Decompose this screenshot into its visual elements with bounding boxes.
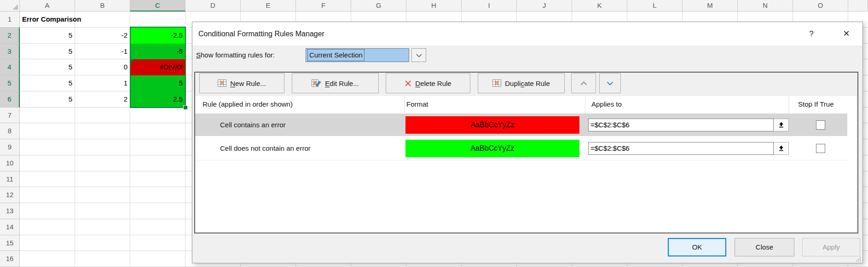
show-formatting-rules-label: Show formatting rules for: bbox=[196, 50, 275, 60]
cell-A3[interactable]: 5 bbox=[20, 44, 75, 60]
dialog-titlebar[interactable]: Conditional Formatting Rules Manager ? ✕ bbox=[192, 22, 862, 45]
column-header-B[interactable]: B bbox=[75, 0, 130, 11]
range-select-arrow-icon bbox=[778, 145, 784, 151]
stop-if-true-checkbox[interactable] bbox=[816, 144, 825, 153]
scope-dropdown[interactable]: Current Selection bbox=[306, 48, 409, 62]
scope-dropdown-arrow-button[interactable] bbox=[411, 48, 426, 62]
column-header-J[interactable]: J bbox=[517, 0, 572, 11]
cell-A2[interactable]: 5 bbox=[20, 28, 75, 44]
column-header-format: Format bbox=[406, 99, 428, 110]
column-divider bbox=[789, 97, 789, 114]
button-label: Edit Rule... bbox=[325, 80, 359, 87]
row-header-1[interactable]: 1 bbox=[0, 11, 20, 28]
row-header-6[interactable]: 6 bbox=[0, 91, 20, 108]
column-header-A[interactable]: A bbox=[20, 0, 75, 11]
chevron-down-icon bbox=[607, 81, 613, 85]
applies-to-field bbox=[588, 119, 789, 131]
cell-B5[interactable]: 1 bbox=[75, 75, 130, 91]
row-header-7[interactable]: 7 bbox=[0, 108, 20, 124]
cell-C4[interactable]: #DIV/0! bbox=[130, 59, 185, 75]
column-header-stop-if-true: Stop If True bbox=[798, 99, 834, 110]
column-header-rule: Rule (applied in order shown) bbox=[203, 99, 293, 110]
button-label: New Rule... bbox=[230, 80, 266, 87]
row-header-11[interactable]: 11 bbox=[0, 171, 20, 187]
collapse-dialog-button[interactable] bbox=[774, 142, 789, 155]
fill-handle[interactable] bbox=[183, 105, 188, 110]
row-header-12[interactable]: 12 bbox=[0, 187, 20, 203]
column-divider bbox=[585, 97, 585, 114]
cell-A6[interactable]: 5 bbox=[20, 91, 75, 108]
column-header-D[interactable]: D bbox=[185, 0, 241, 11]
table-icon bbox=[492, 80, 501, 87]
column-header-L[interactable]: L bbox=[627, 0, 683, 11]
row-header-5[interactable]: 5 bbox=[0, 75, 20, 91]
row-header-10[interactable]: 10 bbox=[0, 155, 20, 171]
select-all-corner[interactable] bbox=[0, 0, 20, 11]
collapse-dialog-button[interactable] bbox=[774, 119, 789, 131]
move-rule-down-button[interactable] bbox=[599, 73, 621, 93]
column-header-M[interactable]: M bbox=[683, 0, 738, 11]
button-label: Delete Rule bbox=[415, 80, 451, 87]
column-header-G[interactable]: G bbox=[351, 0, 406, 11]
cell-C2[interactable]: -2.5 bbox=[130, 28, 185, 44]
column-header-partial[interactable] bbox=[848, 0, 868, 11]
help-icon[interactable]: ? bbox=[804, 22, 819, 45]
row-header-4[interactable]: 4 bbox=[0, 59, 20, 75]
row-header-8[interactable]: 8 bbox=[0, 123, 20, 139]
rule-name: Cell does not contain an error bbox=[220, 136, 311, 160]
cell-C6[interactable]: 2.5 bbox=[130, 91, 185, 108]
column-divider bbox=[404, 97, 405, 114]
range-select-arrow-icon bbox=[778, 122, 784, 128]
table-icon bbox=[218, 80, 226, 87]
cell-C5[interactable]: 5 bbox=[130, 75, 185, 91]
select-all-triangle-icon bbox=[12, 4, 18, 10]
applies-to-field bbox=[588, 142, 789, 155]
table-edit-icon bbox=[312, 80, 321, 87]
row-header-14[interactable]: 14 bbox=[0, 219, 20, 235]
column-header-I[interactable]: I bbox=[462, 0, 517, 11]
column-header-H[interactable]: H bbox=[406, 0, 462, 11]
row-header-2[interactable]: 2 bbox=[0, 28, 20, 44]
rule-format-preview: AaBbCcYyZz bbox=[405, 116, 579, 134]
new-rule-button[interactable]: New Rule... bbox=[199, 73, 284, 93]
row-header-9[interactable]: 9 bbox=[0, 139, 20, 155]
row-header-16[interactable]: 16 bbox=[0, 251, 20, 267]
close-icon[interactable]: ✕ bbox=[839, 22, 854, 45]
column-header-F[interactable]: F bbox=[296, 0, 351, 11]
cell-A5[interactable]: 5 bbox=[20, 75, 75, 91]
rule-row-2[interactable]: Cell does not contain an errorAaBbCcYyZz bbox=[195, 136, 847, 160]
column-header-C[interactable]: C bbox=[130, 0, 185, 11]
close-button[interactable]: Close bbox=[735, 238, 794, 256]
column-header-O[interactable]: O bbox=[793, 0, 848, 11]
conditional-formatting-rules-manager-dialog: Conditional Formatting Rules Manager ? ✕… bbox=[192, 22, 863, 263]
scope-dropdown-value: Current Selection bbox=[308, 50, 364, 61]
column-header-K[interactable]: K bbox=[572, 0, 627, 11]
resize-grip[interactable] bbox=[855, 256, 861, 261]
move-rule-up-button[interactable] bbox=[571, 73, 596, 93]
cell-A4[interactable]: 5 bbox=[20, 59, 75, 75]
cell-C3[interactable]: -5 bbox=[130, 44, 185, 60]
cell-B3[interactable]: -1 bbox=[75, 44, 130, 60]
cell-A1[interactable]: Error Comparison bbox=[20, 11, 130, 28]
duplicate-rule-button[interactable]: Duplicate Rule bbox=[478, 73, 565, 93]
row-header-13[interactable]: 13 bbox=[0, 203, 20, 219]
applies-to-input[interactable] bbox=[588, 119, 774, 131]
rule-row-1[interactable]: Cell contains an errorAaBbCcYyZz bbox=[195, 114, 847, 136]
cell-B4[interactable]: 0 bbox=[75, 59, 130, 75]
rule-format-preview: AaBbCcYyZz bbox=[405, 140, 579, 157]
cell-B2[interactable]: -2 bbox=[75, 28, 130, 44]
delete-rule-button[interactable]: Delete Rule bbox=[386, 73, 470, 93]
ok-button[interactable]: OK bbox=[668, 238, 726, 256]
column-header-N[interactable]: N bbox=[738, 0, 793, 11]
column-header-E[interactable]: E bbox=[241, 0, 296, 11]
stop-if-true-checkbox[interactable] bbox=[816, 120, 825, 130]
button-label: Duplicate Rule bbox=[505, 80, 550, 87]
chevron-down-icon bbox=[416, 54, 422, 57]
row-header-3[interactable]: 3 bbox=[0, 44, 20, 60]
applies-to-input[interactable] bbox=[588, 142, 774, 155]
cell-B6[interactable]: 2 bbox=[75, 91, 130, 108]
dialog-title: Conditional Formatting Rules Manager bbox=[198, 22, 324, 45]
edit-rule-button[interactable]: Edit Rule... bbox=[292, 73, 379, 93]
row-header-15[interactable]: 15 bbox=[0, 235, 20, 251]
chevron-up-icon bbox=[580, 81, 587, 85]
